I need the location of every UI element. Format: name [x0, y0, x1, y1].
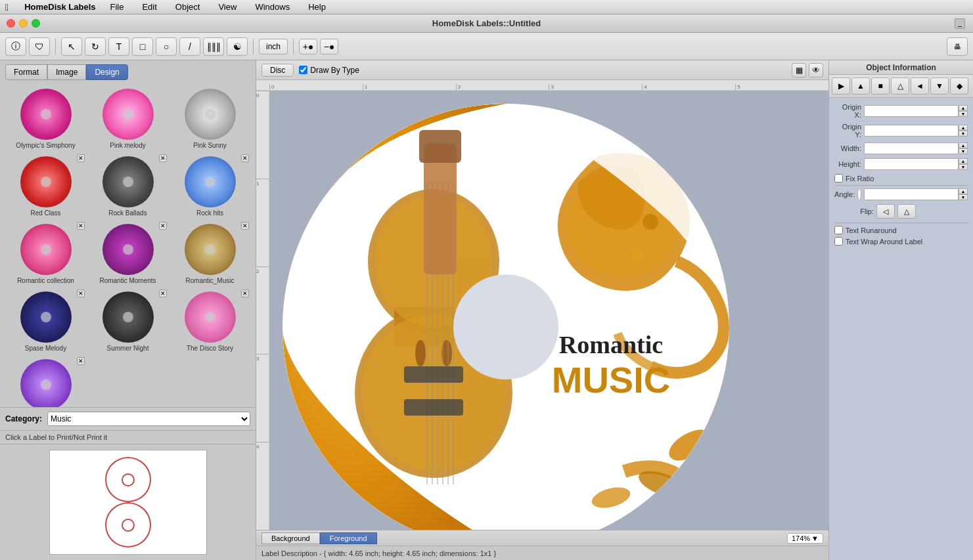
origin-x-down[interactable]: ▼: [959, 111, 968, 117]
ruler-vertical: 0 1 2 3 4: [256, 91, 269, 530]
design-close-rock-ballads[interactable]: ✕: [159, 154, 167, 162]
origin-x-up[interactable]: ▲: [959, 105, 968, 111]
info-icon[interactable]: ⓘ: [5, 37, 26, 56]
zoom-in-button[interactable]: +●: [299, 39, 317, 54]
origin-y-input[interactable]: [864, 125, 959, 137]
draw-by-type-checkbox[interactable]: [299, 66, 307, 74]
origin-x-input[interactable]: [864, 105, 959, 117]
design-close-red-class[interactable]: ✕: [77, 154, 85, 162]
design-item-red-class[interactable]: ✕ Red Class: [5, 153, 86, 219]
toolbar: ⓘ 🛡 ↖ ↻ T □ ○ / ∥∥∥ ☯ inch +● −● 🖶: [0, 33, 973, 60]
design-close-romantic-moments[interactable]: ✕: [159, 222, 167, 230]
width-down[interactable]: ▼: [959, 148, 968, 154]
angle-up[interactable]: ▲: [959, 188, 968, 194]
height-down[interactable]: ▼: [959, 164, 968, 170]
design-item-pink-sunny[interactable]: Pink Sunny: [170, 85, 250, 152]
line-tool[interactable]: /: [179, 37, 200, 56]
tab-design[interactable]: Design: [86, 64, 127, 80]
design-thumb-romantic-music: [184, 223, 237, 276]
unit-selector[interactable]: inch: [259, 39, 288, 54]
design-close-spase-melody[interactable]: ✕: [77, 290, 85, 297]
close-button[interactable]: [7, 19, 15, 28]
width-up[interactable]: ▲: [959, 142, 968, 148]
right-tool-1[interactable]: ▶: [832, 77, 850, 95]
tab-format[interactable]: Format: [5, 64, 47, 80]
angle-down[interactable]: ▼: [959, 194, 968, 200]
flip-horizontal-button[interactable]: ◁: [876, 204, 895, 219]
text-wrap-checkbox[interactable]: [834, 237, 843, 246]
design-close-rock-hits[interactable]: ✕: [241, 154, 249, 162]
design-item-violet[interactable]: ✕ Violet by Step: [5, 356, 86, 407]
text-tool[interactable]: T: [108, 37, 129, 56]
origin-y-down[interactable]: ▼: [959, 131, 968, 137]
design-item-rock-ballads[interactable]: ✕ Rock Ballads: [87, 153, 168, 219]
right-tool-5[interactable]: ◄: [911, 77, 929, 95]
disc-button[interactable]: Disc: [261, 64, 294, 77]
design-label-spase-melody: Spase Melody: [25, 345, 66, 352]
tab-background[interactable]: Background: [261, 532, 320, 544]
zoom-indicator: 174% ▼: [787, 533, 823, 544]
menu-view[interactable]: View: [214, 1, 240, 13]
design-close-disco-story[interactable]: ✕: [241, 290, 249, 297]
pointer-tool[interactable]: ↖: [61, 37, 82, 56]
right-tool-3[interactable]: ■: [871, 77, 890, 95]
fix-ratio-checkbox[interactable]: [834, 174, 843, 183]
design-item-romantic-music[interactable]: ✕ Romantic_Music: [170, 221, 250, 287]
design-grid-container[interactable]: Olympic's Simphony Pink melody Pink Sunn…: [0, 80, 256, 407]
design-item-olympics[interactable]: Olympic's Simphony: [5, 85, 86, 152]
tab-bar: Format Image Design: [0, 60, 256, 80]
right-tool-4[interactable]: △: [891, 77, 909, 95]
window-collapse-button[interactable]: ⎯: [955, 18, 965, 29]
design-item-pink-melody[interactable]: Pink melody: [87, 85, 168, 152]
right-tool-2[interactable]: ▲: [851, 77, 870, 95]
menu-windows[interactable]: Windows: [251, 1, 294, 13]
angle-circle[interactable]: [857, 188, 861, 200]
design-close-romantic-music[interactable]: ✕: [241, 222, 249, 230]
design-item-summer-night[interactable]: ✕ Summer Night: [87, 288, 168, 355]
design-close-summer-night[interactable]: ✕: [159, 290, 167, 297]
design-label-romantic-collection: Romantic collection: [17, 277, 74, 284]
ruler-tick-3: 3: [549, 84, 642, 90]
eye-icon[interactable]: 👁: [809, 63, 823, 77]
minimize-button[interactable]: [19, 19, 28, 28]
design-item-romantic-moments[interactable]: ✕ Romantic Moments: [87, 221, 168, 287]
rect-tool[interactable]: □: [132, 37, 153, 56]
ellipse-tool[interactable]: ○: [156, 37, 177, 56]
tab-foreground[interactable]: Foreground: [320, 532, 377, 544]
design-item-spase-melody[interactable]: ✕ Spase Melody: [5, 288, 86, 355]
zoom-dropdown-icon[interactable]: ▼: [811, 534, 819, 542]
angle-input[interactable]: [864, 188, 959, 200]
layers-icon[interactable]: ▦: [792, 63, 806, 77]
print-button[interactable]: 🖶: [947, 37, 968, 56]
app-name: HomeDisk Labels: [24, 2, 95, 12]
rotate-tool[interactable]: ↻: [85, 37, 106, 56]
ruler-horizontal: 0 1 2 3 4 5: [256, 80, 828, 91]
design-item-rock-hits[interactable]: ✕ Rock hits: [170, 153, 250, 219]
menu-file[interactable]: File: [106, 1, 128, 13]
right-tool-6[interactable]: ▼: [930, 77, 949, 95]
menu-object[interactable]: Object: [171, 1, 204, 13]
spiral-tool[interactable]: ☯: [227, 37, 248, 56]
zoom-out-button[interactable]: −●: [320, 39, 338, 54]
shield-icon[interactable]: 🛡: [29, 37, 50, 56]
height-up[interactable]: ▲: [959, 158, 968, 164]
svg-rect-19: [404, 366, 463, 383]
right-tool-7[interactable]: ◆: [950, 77, 968, 95]
design-close-romantic-collection[interactable]: ✕: [77, 222, 85, 230]
tab-image[interactable]: Image: [47, 64, 86, 80]
design-item-romantic-collection[interactable]: ✕ Romantic collection: [5, 221, 86, 287]
design-item-disco-story[interactable]: ✕ The Disco Story: [170, 288, 250, 355]
height-input[interactable]: [864, 158, 959, 170]
menu-edit[interactable]: Edit: [138, 1, 160, 13]
barcode-tool[interactable]: ∥∥∥: [203, 37, 224, 56]
text-runaround-checkbox[interactable]: [834, 226, 843, 234]
flip-vertical-button[interactable]: △: [897, 204, 916, 219]
canvas[interactable]: Romantic MUSIC: [269, 91, 828, 530]
origin-y-up[interactable]: ▲: [959, 125, 968, 131]
width-input[interactable]: [864, 142, 959, 154]
design-close-violet[interactable]: ✕: [77, 357, 85, 365]
category-select[interactable]: Music All: [47, 412, 250, 426]
zoom-button[interactable]: [32, 19, 40, 28]
menu-help[interactable]: Help: [304, 1, 330, 13]
preview-box: [49, 450, 207, 555]
